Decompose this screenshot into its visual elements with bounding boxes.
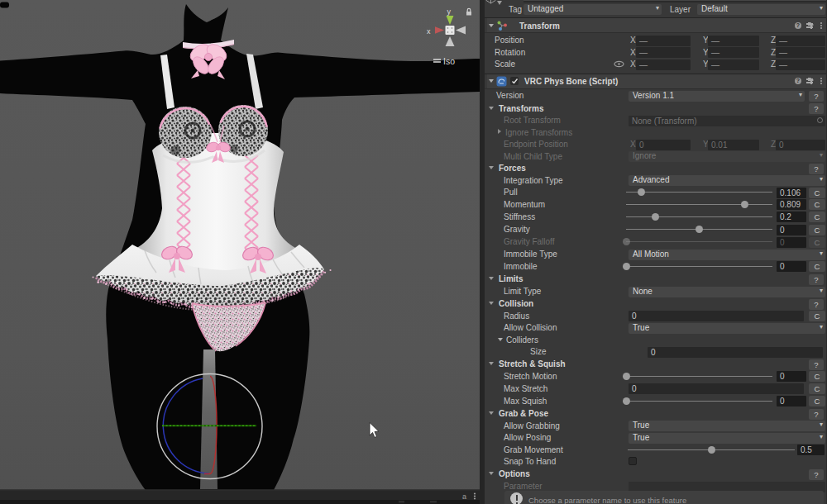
svg-text:Iso: Iso xyxy=(443,56,455,66)
svg-text:x: x xyxy=(427,27,431,36)
svg-text:y: y xyxy=(447,7,452,16)
svg-text:a: a xyxy=(462,492,466,501)
